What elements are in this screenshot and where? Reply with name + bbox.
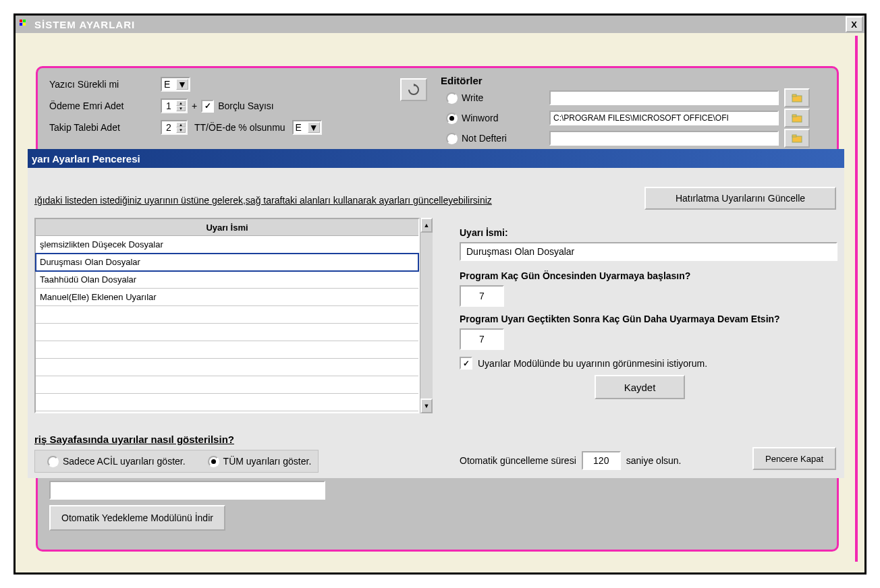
list-item[interactable] (36, 394, 418, 411)
download-backup-module-button[interactable]: Otomatik Yedekleme Modülünü İndir (49, 505, 225, 531)
svg-rect-1 (23, 20, 26, 22)
payment-order-label: Ödeme Emri Adet (49, 100, 161, 111)
winword-label: Winword (462, 113, 549, 123)
svg-rect-2 (20, 23, 22, 26)
alert-list: Uyarı İsmi şlemsizlikten Düşecek Dosyala… (34, 218, 433, 413)
dialog-info: ığıdaki listeden istediğiniz uyarının üs… (34, 195, 492, 206)
spin-up-icon[interactable]: ▲ (176, 100, 186, 106)
scroll-up-icon[interactable]: ▲ (420, 218, 433, 233)
dialog-body: ığıdaki listeden istediğiniz uyarının üs… (28, 168, 844, 478)
list-item[interactable] (36, 376, 418, 394)
payment-order-spinner[interactable]: 1 ▲▼ (161, 98, 188, 113)
followup-label: Takip Talebi Adet (49, 122, 161, 133)
svg-rect-7 (792, 115, 796, 117)
show-in-module-label: Uyarılar Modülünde bu uyarının görünmesi… (478, 358, 707, 369)
close-window-button[interactable]: Pencere Kapat (752, 447, 836, 470)
alert-list-header: Uyarı İsmi (36, 219, 418, 236)
list-item[interactable]: şlemsizlikten Düşecek Dosyalar (36, 236, 418, 254)
list-item[interactable]: Taahhüdü Olan Dosyalar (36, 271, 418, 289)
auto-update-label-before: Otomatik güncelleme süresi (460, 455, 576, 466)
debtor-count-label: Borçlu Sayısı (218, 100, 273, 111)
days-before-input[interactable]: 7 (460, 285, 504, 307)
extra-input[interactable] (49, 481, 325, 500)
scrollbar-indicator (855, 36, 858, 562)
show-urgent-label: Sadece ACİL uyarıları göster. (63, 456, 186, 467)
alert-name-label: Uyarı İsmi: (460, 227, 831, 238)
radio-show-urgent[interactable] (47, 456, 59, 467)
browse-write-button[interactable] (784, 88, 810, 107)
chevron-down-icon[interactable]: ▼ (308, 122, 320, 133)
printer-label: Yazıcı Sürekli mi (49, 79, 161, 90)
spin-up-icon[interactable]: ▲ (176, 122, 186, 127)
editors-title: Editörler (441, 75, 810, 86)
browse-winword-button[interactable] (784, 109, 810, 127)
debtor-count-checkbox[interactable]: ✓ (201, 100, 214, 113)
days-before-label: Program Kaç Gün Öncesinden Uyarmaya başl… (460, 270, 831, 281)
show-all-label: TÜM uyarıları göster. (223, 456, 312, 467)
chevron-down-icon[interactable]: ▼ (176, 79, 188, 90)
radio-write[interactable] (446, 92, 458, 104)
dialog-titlebar: yarı Ayarları Penceresi (28, 149, 844, 168)
how-show-title: riş Sayafasında uyarılar nasıl gösterils… (34, 434, 234, 445)
notepad-label: Not Defteri (462, 133, 549, 144)
list-item[interactable]: Duruşması Olan Dosyalar (36, 254, 418, 271)
list-item[interactable]: Manuel(Elle) Eklenen Uyarılar (36, 289, 418, 306)
folder-icon (792, 134, 802, 143)
window-titlebar: SİSTEM AYARLARI X (16, 16, 864, 33)
tt-oe-select[interactable]: E ▼ (292, 120, 322, 135)
svg-rect-3 (23, 23, 26, 26)
write-label: Write (462, 92, 549, 103)
svg-rect-9 (792, 135, 796, 137)
window-title: SİSTEM AYARLARI (34, 19, 135, 30)
app-icon (18, 18, 30, 30)
list-item[interactable] (36, 341, 418, 359)
refresh-icon (408, 84, 420, 96)
auto-update-label-after: saniye olsun. (626, 455, 682, 466)
save-button[interactable]: Kaydet (595, 375, 685, 399)
refresh-button[interactable] (400, 78, 427, 101)
tt-oe-label: TT/ÖE-de % olsunmu (194, 122, 285, 133)
spin-down-icon[interactable]: ▼ (176, 127, 186, 133)
list-item[interactable] (36, 324, 418, 341)
folder-icon (792, 113, 802, 123)
scroll-down-icon[interactable]: ▼ (420, 399, 433, 413)
svg-rect-0 (20, 20, 22, 22)
winword-path-input[interactable]: C:\PROGRAM FILES\MICROSOFT OFFICE\OFI (549, 111, 779, 125)
write-path-input[interactable] (549, 90, 779, 105)
auto-update-seconds-input[interactable]: 120 (582, 451, 621, 470)
radio-winword[interactable] (446, 113, 458, 124)
days-after-input[interactable]: 7 (460, 328, 504, 350)
list-item[interactable] (36, 306, 418, 324)
browse-notepad-button[interactable] (784, 129, 810, 148)
close-icon[interactable]: X (846, 16, 863, 32)
list-item[interactable] (36, 359, 418, 376)
notepad-path-input[interactable] (549, 131, 779, 146)
alert-name-input[interactable]: Duruşması Olan Dosyalar (460, 242, 837, 261)
followup-spinner[interactable]: 2 ▲▼ (161, 120, 188, 135)
show-in-module-checkbox[interactable]: ✓ (460, 357, 472, 370)
folder-icon (792, 93, 802, 102)
printer-select[interactable]: E ▼ (161, 77, 190, 92)
plus-label: + (192, 100, 197, 111)
list-scrollbar[interactable]: ▲ ▼ (420, 218, 433, 413)
svg-rect-5 (792, 94, 796, 96)
radio-notepad[interactable] (446, 133, 458, 144)
radio-show-all[interactable] (208, 456, 219, 467)
days-after-label: Program Uyarı Geçtikten Sonra Kaç Gün Da… (460, 314, 831, 324)
update-reminders-button[interactable]: Hatırlatma Uyarılarını Güncelle (644, 187, 836, 210)
spin-down-icon[interactable]: ▼ (176, 106, 186, 111)
